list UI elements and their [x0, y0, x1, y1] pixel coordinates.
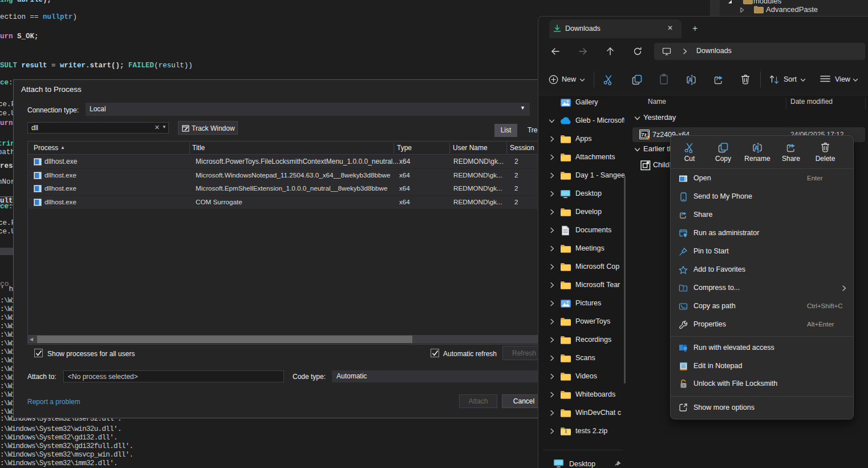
svg-text:7z: 7z [642, 132, 647, 138]
